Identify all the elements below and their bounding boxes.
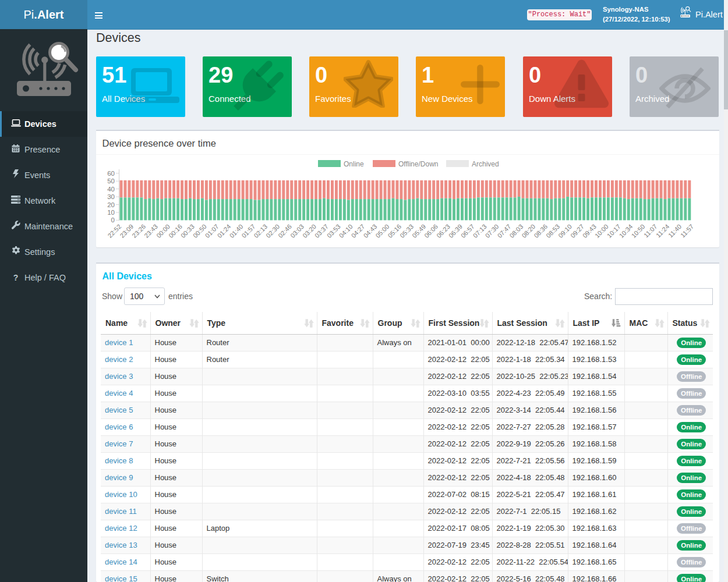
svg-text:07:47: 07:47 xyxy=(496,223,513,239)
svg-text:11:07: 11:07 xyxy=(642,223,658,239)
svg-text:11:57: 11:57 xyxy=(679,223,695,239)
svg-text:05:00: 05:00 xyxy=(374,223,390,239)
svg-text:30: 30 xyxy=(107,193,115,200)
svg-text:08:03: 08:03 xyxy=(508,223,524,239)
svg-text:02:46: 02:46 xyxy=(277,223,293,239)
svg-text:02:13: 02:13 xyxy=(252,223,268,239)
svg-text:09:43: 09:43 xyxy=(581,223,598,239)
svg-text:09:27: 09:27 xyxy=(569,223,585,239)
svg-text:01:40: 01:40 xyxy=(228,223,245,239)
svg-text:04:27: 04:27 xyxy=(350,223,366,239)
svg-text:23:26: 23:26 xyxy=(130,223,147,239)
svg-text:11:40: 11:40 xyxy=(667,223,683,239)
svg-text:03:20: 03:20 xyxy=(301,223,317,239)
svg-text:04:10: 04:10 xyxy=(338,223,354,239)
svg-text:00:00: 00:00 xyxy=(155,223,171,239)
svg-text:09:10: 09:10 xyxy=(557,223,573,239)
svg-text:40: 40 xyxy=(107,186,115,193)
svg-text:23:43: 23:43 xyxy=(143,223,159,239)
svg-text:20: 20 xyxy=(107,201,115,208)
svg-text:03:53: 03:53 xyxy=(326,223,342,239)
svg-text:08:53: 08:53 xyxy=(545,223,561,239)
svg-text:06:06: 06:06 xyxy=(423,223,439,239)
svg-text:08:20: 08:20 xyxy=(520,223,536,239)
svg-text:10:34: 10:34 xyxy=(618,223,634,239)
svg-text:04:43: 04:43 xyxy=(362,223,379,239)
svg-text:06:57: 06:57 xyxy=(460,223,476,239)
svg-text:00:33: 00:33 xyxy=(179,223,196,239)
svg-text:10:00: 10:00 xyxy=(593,223,610,239)
svg-text:11:24: 11:24 xyxy=(655,223,670,239)
svg-text:03:03: 03:03 xyxy=(289,223,305,239)
svg-text:08:36: 08:36 xyxy=(532,223,549,239)
svg-text:05:49: 05:49 xyxy=(411,223,427,239)
svg-text:06:23: 06:23 xyxy=(435,223,451,239)
svg-text:10: 10 xyxy=(107,209,115,216)
svg-text:10:50: 10:50 xyxy=(630,223,646,239)
svg-text:06:39: 06:39 xyxy=(447,223,464,239)
svg-text:01:24: 01:24 xyxy=(216,223,232,239)
svg-text:03:37: 03:37 xyxy=(313,223,330,239)
svg-text:22:52: 22:52 xyxy=(106,223,122,239)
svg-text:23:09: 23:09 xyxy=(118,223,135,239)
svg-text:07:30: 07:30 xyxy=(484,223,500,239)
svg-text:07:13: 07:13 xyxy=(472,223,488,239)
svg-text:05:16: 05:16 xyxy=(386,223,402,239)
svg-text:01:57: 01:57 xyxy=(240,223,256,239)
svg-text:10:17: 10:17 xyxy=(606,223,622,239)
svg-text:01:07: 01:07 xyxy=(204,223,220,239)
svg-text:00:50: 00:50 xyxy=(192,223,208,239)
svg-text:60: 60 xyxy=(107,170,115,177)
svg-text:0: 0 xyxy=(111,217,115,223)
svg-text:50: 50 xyxy=(107,178,115,184)
svg-text:02:30: 02:30 xyxy=(264,223,281,239)
svg-text:00:16: 00:16 xyxy=(167,223,183,239)
svg-text:05:33: 05:33 xyxy=(398,223,415,239)
